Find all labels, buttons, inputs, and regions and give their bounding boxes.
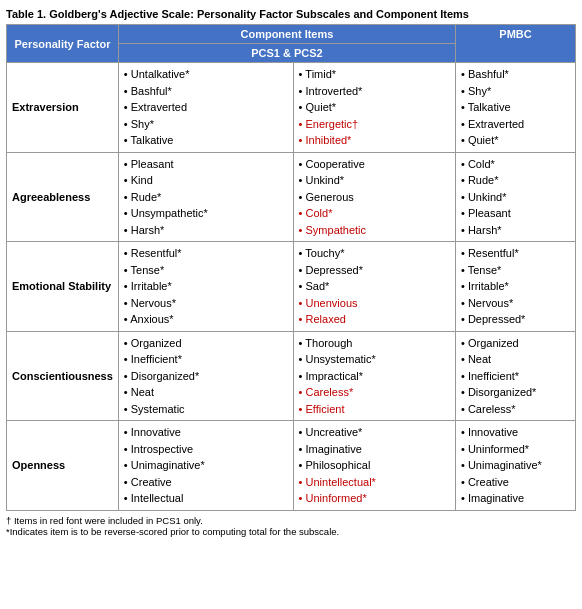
table-row: OpennessInnovativeIntrospectiveUnimagina… [7, 421, 576, 511]
list-item: Unintellectual* [299, 474, 450, 491]
list-item: Innovative [461, 424, 570, 441]
list-item: Tense* [461, 262, 570, 279]
list-item: Irritable* [461, 278, 570, 295]
pmbc-cell: InnovativeUninformed*Unimaginative*Creat… [456, 421, 576, 511]
list-item: Nervous* [461, 295, 570, 312]
footer-line2: *Indicates item is to be reverse-scored … [6, 526, 576, 537]
list-item: Cooperative [299, 156, 450, 173]
list-item: Rude* [124, 189, 288, 206]
list-item: Bashful* [124, 83, 288, 100]
list-item: Talkative [461, 99, 570, 116]
list-item: Imaginative [299, 441, 450, 458]
list-item: Disorganized* [124, 368, 288, 385]
list-item: Untalkative* [124, 66, 288, 83]
factor-cell: Conscientiousness [7, 331, 119, 421]
list-item: Unsystematic* [299, 351, 450, 368]
footer-line1: † Items in red font were included in PCS… [6, 515, 576, 526]
list-item: Depressed* [299, 262, 450, 279]
factor-cell: Openness [7, 421, 119, 511]
list-item: Inefficient* [461, 368, 570, 385]
list-item: Unkind* [461, 189, 570, 206]
pmbc-cell: Bashful*Shy*TalkativeExtravertedQuiet* [456, 63, 576, 153]
list-item: Thorough [299, 335, 450, 352]
list-item: Anxious* [124, 311, 288, 328]
list-item: Talkative [124, 132, 288, 149]
list-item: Impractical* [299, 368, 450, 385]
list-item: Energetic† [299, 116, 450, 133]
list-item: Imaginative [461, 490, 570, 507]
list-item: Touchy* [299, 245, 450, 262]
list-item: Unkind* [299, 172, 450, 189]
pmbc-cell: Resentful*Tense*Irritable*Nervous*Depres… [456, 242, 576, 332]
list-item: Creative [461, 474, 570, 491]
list-item: Unimaginative* [461, 457, 570, 474]
main-table: Personality Factor Component Items PMBC … [6, 24, 576, 511]
pf-header: Personality Factor [7, 25, 119, 63]
list-item: Neat [461, 351, 570, 368]
list-item: Creative [124, 474, 288, 491]
list-item: Cold* [299, 205, 450, 222]
list-item: Bashful* [461, 66, 570, 83]
list-item: Introverted* [299, 83, 450, 100]
list-item: Generous [299, 189, 450, 206]
table-row: ExtraversionUntalkative*Bashful*Extraver… [7, 63, 576, 153]
list-item: Efficient [299, 401, 450, 418]
list-item: Uninformed* [461, 441, 570, 458]
pmbc-cell: OrganizedNeatInefficient*Disorganized*Ca… [456, 331, 576, 421]
list-item: Organized [124, 335, 288, 352]
list-item: Harsh* [461, 222, 570, 239]
pcs-col1-cell: Untalkative*Bashful*ExtravertedShy*Talka… [118, 63, 293, 153]
list-item: Unenvious [299, 295, 450, 312]
list-item: Sad* [299, 278, 450, 295]
pcs-col2-cell: Timid*Introverted*Quiet*Energetic†Inhibi… [293, 63, 455, 153]
list-item: Uninformed* [299, 490, 450, 507]
list-item: Innovative [124, 424, 288, 441]
pmbc-cell: Cold*Rude*Unkind*PleasantHarsh* [456, 152, 576, 242]
list-item: Timid* [299, 66, 450, 83]
list-item: Depressed* [461, 311, 570, 328]
list-item: Nervous* [124, 295, 288, 312]
list-item: Extraverted [124, 99, 288, 116]
pmbc-header: PMBC [456, 25, 576, 63]
list-item: Quiet* [299, 99, 450, 116]
list-item: Inefficient* [124, 351, 288, 368]
list-item: Rude* [461, 172, 570, 189]
list-item: Harsh* [124, 222, 288, 239]
pcs-col1-cell: InnovativeIntrospectiveUnimaginative*Cre… [118, 421, 293, 511]
list-item: Inhibited* [299, 132, 450, 149]
list-item: Philosophical [299, 457, 450, 474]
list-item: Resentful* [461, 245, 570, 262]
pcs-col1-cell: OrganizedInefficient*Disorganized*NeatSy… [118, 331, 293, 421]
factor-cell: Emotional Stability [7, 242, 119, 332]
page-container: Table 1. Goldberg's Adjective Scale: Per… [0, 0, 582, 545]
pcs-col1-cell: PleasantKindRude*Unsympathetic*Harsh* [118, 152, 293, 242]
list-item: Organized [461, 335, 570, 352]
list-item: Pleasant [461, 205, 570, 222]
list-item: Introspective [124, 441, 288, 458]
list-item: Careless* [299, 384, 450, 401]
pcs-col2-cell: Touchy*Depressed*Sad*UnenviousRelaxed [293, 242, 455, 332]
table-title: Table 1. Goldberg's Adjective Scale: Per… [6, 8, 576, 20]
list-item: Shy* [461, 83, 570, 100]
list-item: Tense* [124, 262, 288, 279]
list-item: Disorganized* [461, 384, 570, 401]
list-item: Resentful* [124, 245, 288, 262]
list-item: Irritable* [124, 278, 288, 295]
list-item: Pleasant [124, 156, 288, 173]
footer: † Items in red font were included in PCS… [6, 515, 576, 537]
list-item: Careless* [461, 401, 570, 418]
list-item: Intellectual [124, 490, 288, 507]
list-item: Unsympathetic* [124, 205, 288, 222]
table-row: AgreeablenessPleasantKindRude*Unsympathe… [7, 152, 576, 242]
list-item: Uncreative* [299, 424, 450, 441]
factor-cell: Extraversion [7, 63, 119, 153]
list-item: Shy* [124, 116, 288, 133]
table-row: Emotional StabilityResentful*Tense*Irrit… [7, 242, 576, 332]
list-item: Sympathetic [299, 222, 450, 239]
list-item: Quiet* [461, 132, 570, 149]
pcs-col2-cell: Uncreative*ImaginativePhilosophicalUnint… [293, 421, 455, 511]
list-item: Extraverted [461, 116, 570, 133]
factor-cell: Agreeableness [7, 152, 119, 242]
list-item: Systematic [124, 401, 288, 418]
list-item: Kind [124, 172, 288, 189]
